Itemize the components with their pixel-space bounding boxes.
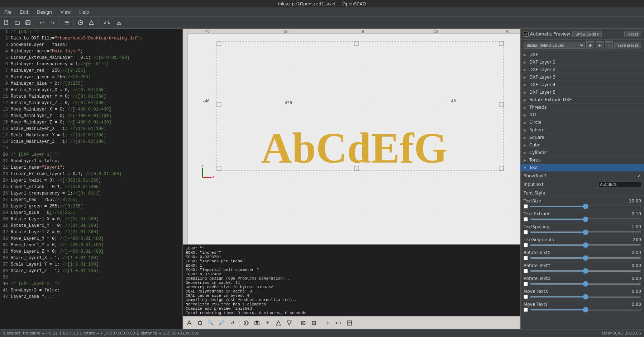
vp-reset-view-button[interactable]: ↺ [227, 318, 237, 328]
line-content: Scale_Layer1_Z = 1; //[1:0.01:100] [11, 268, 101, 274]
line-number: 5 [0, 55, 11, 61]
auto-preview-check[interactable]: Automatic Preview [524, 32, 570, 37]
slider-checkbox[interactable] [524, 204, 528, 209]
tree-arrow-icon: ▶ [524, 151, 527, 155]
vp-crosshair-button[interactable] [323, 318, 333, 328]
tree-item-sphere[interactable]: ▶Sphere [521, 126, 644, 134]
tree-arrow-icon: ▼ [524, 166, 527, 170]
param-text-input[interactable] [598, 182, 641, 187]
vp-top-button[interactable] [273, 318, 283, 328]
tree-item-dxf[interactable]: ▶DXF [521, 51, 644, 58]
render-button[interactable] [86, 18, 96, 28]
preset-select[interactable]: design default values [524, 42, 585, 49]
slider-checkbox[interactable] [524, 243, 528, 247]
line-number: 4 [0, 48, 11, 55]
vp-3d-button[interactable] [195, 318, 205, 328]
vp-bottom-button[interactable] [284, 318, 294, 328]
tree-item-label: DXF Layer 3 [529, 75, 555, 80]
slider-checkbox[interactable] [524, 230, 528, 234]
param-slider[interactable] [530, 206, 641, 207]
text-params-section: ShowText1✓InputTextFont StyleTextSize10.… [521, 172, 644, 314]
slider-checkbox[interactable] [524, 269, 528, 273]
tree-item-cube[interactable]: ▶Cube [521, 141, 644, 149]
slider-checkbox[interactable] [524, 256, 528, 260]
save-button[interactable] [23, 18, 33, 28]
line-number: 28 [0, 203, 11, 210]
new-button[interactable] [1, 18, 11, 28]
vp-zoom-out-button[interactable]: 🔎 [216, 318, 226, 328]
tree-item-rotate-extrude-dxf[interactable]: ▶Rotate Extrude DXF [521, 96, 644, 104]
tree-item-dxf-layer-5[interactable]: ▶DXF Layer 5 [521, 89, 644, 96]
slider-checkbox[interactable] [524, 308, 528, 312]
export-stl-button[interactable]: STL [100, 18, 113, 28]
preview-button[interactable] [76, 18, 86, 28]
param-slider[interactable] [530, 257, 641, 259]
console-area[interactable]: ECHO: ""ECHO: "inches="ECHO: 0.0393701EC… [183, 244, 520, 316]
save-preset-button[interactable]: save preset [614, 42, 641, 48]
vp-perspective-button[interactable] [184, 318, 194, 328]
vp-measure-button[interactable] [334, 318, 344, 328]
param-slider[interactable] [530, 231, 641, 233]
code-area[interactable]: 1/* [DXF] */2Path_to_DXF_File="/home/non… [0, 29, 182, 329]
preset-plus-button[interactable]: + [596, 41, 604, 49]
auto-preview-checkbox[interactable] [524, 32, 529, 37]
param-slider[interactable] [530, 296, 641, 298]
tree-item-dxf-layer-1[interactable]: ▶DXF Layer 1 [521, 58, 644, 66]
preset-star-button[interactable]: ★ [586, 41, 594, 49]
status-bar: Viewport: translate = [ 0.11 1.02 0.33 ]… [0, 329, 644, 337]
slider-checkbox[interactable] [524, 282, 528, 286]
line-content: Move_Layer1_Y = 0; //[-400:0.01:400] [11, 242, 106, 248]
slider-checkbox[interactable] [524, 295, 528, 299]
svg-marker-45 [287, 321, 291, 325]
align-button[interactable] [62, 18, 72, 28]
tree-item-torus[interactable]: ▶Torus [521, 156, 644, 164]
param-slider[interactable] [530, 244, 641, 246]
tree-item-threads[interactable]: ▶Threads [521, 104, 644, 111]
menu-help[interactable]: Help [76, 9, 92, 15]
tree-item-circle[interactable]: ▶Circle [521, 119, 644, 126]
export-button[interactable] [114, 18, 124, 28]
vp-ortho-button[interactable] [241, 318, 251, 328]
menu-edit[interactable]: Edit [17, 9, 31, 15]
vp-surface-button[interactable] [309, 318, 319, 328]
menu-file[interactable]: File [1, 9, 14, 15]
preset-minus-button[interactable]: - [605, 41, 613, 49]
vp-cam-button[interactable] [252, 318, 262, 328]
param-slider[interactable] [530, 309, 641, 310]
vp-zoom-in-button[interactable]: 🔍 [206, 318, 216, 328]
slider-checkbox[interactable] [524, 217, 528, 221]
vp-wireframe-button[interactable] [298, 318, 308, 328]
toolbar-sep-1 [35, 19, 35, 27]
param-slider[interactable] [530, 283, 641, 285]
param-font-style-row: Font Style [521, 189, 644, 197]
code-line: 42Layer2_name="..." [0, 294, 182, 300]
tree-item-dxf-layer-3[interactable]: ▶DXF Layer 3 [521, 74, 644, 81]
tree-item-dxf-layer-2[interactable]: ▶DXF Layer 2 [521, 66, 644, 74]
viewport[interactable]: -40 -20 0 20 40 [183, 29, 520, 329]
open-button[interactable] [12, 18, 22, 28]
reset-button[interactable]: Reset [624, 31, 641, 37]
code-panel[interactable]: 1/* [DXF] */2Path_to_DXF_File="/home/non… [0, 29, 183, 329]
param-slider-label: TextSegments [524, 237, 554, 242]
undo-button[interactable]: ↩ [37, 18, 47, 28]
tree-item-label: Text [529, 165, 538, 170]
vp-lights-button[interactable]: ☀ [263, 318, 273, 328]
code-line: 29Layer1_blue = 0;//[0:255] [0, 210, 182, 216]
tree-item-stl[interactable]: ▶STL [521, 111, 644, 119]
tree-item-square[interactable]: ▶Square [521, 134, 644, 141]
param-slider[interactable] [530, 270, 641, 272]
vp-grid-button[interactable] [344, 318, 354, 328]
tree-item-text[interactable]: ▼Text [521, 164, 644, 172]
param-slider[interactable] [530, 219, 641, 220]
menu-view[interactable]: View [58, 9, 73, 15]
menu-design[interactable]: Design [34, 9, 54, 15]
tree-item-dxf-layer-4[interactable]: ▶DXF Layer 4 [521, 81, 644, 89]
redo-button[interactable]: ↪ [48, 18, 58, 28]
svg-point-40 [245, 322, 247, 324]
line-content: Move_MainLayer_Z = 0; //[-400:0.01:400] [11, 119, 114, 126]
line-number: 42 [0, 294, 11, 300]
show-details-button[interactable]: Show Details [572, 31, 602, 37]
right-panel: Automatic Preview Show Details Reset des… [520, 29, 644, 329]
tree-item-cylinder[interactable]: ▶Cylinder [521, 149, 644, 156]
viewport-toolbar: 🔍 🔎 ↺ ☀ [183, 316, 520, 329]
